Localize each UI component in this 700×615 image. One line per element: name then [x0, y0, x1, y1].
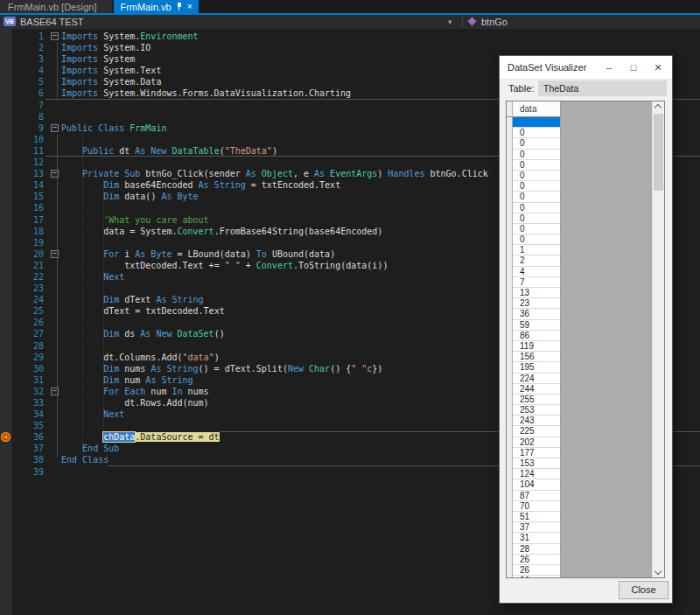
grid-cell[interactable]: 0 — [513, 192, 561, 202]
gutter-cell[interactable] — [0, 466, 12, 478]
grid-cell[interactable]: 0 — [513, 138, 561, 149]
grid-row[interactable]: 31 — [507, 533, 664, 543]
row-header[interactable] — [507, 117, 513, 128]
gutter-cell[interactable] — [0, 340, 12, 352]
grid-row[interactable]: 26 — [507, 555, 664, 565]
grid-cell[interactable]: 26 — [513, 555, 561, 565]
grid-row[interactable]: 1 — [507, 245, 664, 255]
fold-margin[interactable]: – — [51, 168, 61, 179]
grid-row[interactable]: 7 — [507, 277, 664, 288]
row-header[interactable] — [507, 213, 513, 224]
grid-cell[interactable]: 177 — [513, 448, 561, 458]
grid-row[interactable]: 0 — [507, 203, 664, 213]
row-header[interactable] — [507, 437, 513, 448]
grid-row[interactable]: 23 — [507, 298, 664, 309]
row-header[interactable] — [507, 362, 513, 373]
gutter-cell[interactable] — [0, 305, 12, 317]
grid-row[interactable]: 0 — [507, 150, 664, 160]
grid-cell[interactable]: 224 — [513, 374, 561, 384]
gutter-cell[interactable] — [0, 53, 12, 65]
grid-cell[interactable]: 36 — [513, 309, 561, 319]
row-header[interactable] — [507, 181, 513, 192]
grid-row[interactable]: 37 — [507, 522, 664, 533]
row-header[interactable] — [507, 298, 513, 309]
gutter-cell[interactable] — [0, 237, 12, 248]
gutter-cell[interactable] — [0, 179, 12, 191]
row-header[interactable] — [507, 234, 513, 245]
close-button[interactable]: Close — [619, 581, 668, 599]
grid-row[interactable]: 0 — [507, 160, 664, 171]
grid-scrollbar[interactable] — [652, 101, 664, 577]
grid-row[interactable]: 2 — [507, 255, 664, 266]
row-header[interactable] — [507, 331, 513, 341]
grid-cell[interactable]: 37 — [513, 522, 561, 533]
grid-cell[interactable]: 28 — [513, 544, 561, 555]
row-header[interactable] — [507, 288, 513, 298]
gutter-cell[interactable] — [0, 443, 12, 454]
row-header[interactable] — [507, 160, 513, 171]
gutter-cell[interactable] — [0, 65, 12, 76]
grid-row[interactable]: 156 — [507, 352, 664, 362]
collapse-icon[interactable]: – — [51, 388, 59, 395]
scroll-up-icon[interactable] — [654, 104, 662, 111]
gutter-cell[interactable] — [0, 248, 12, 260]
row-header[interactable] — [507, 171, 513, 181]
grid-row[interactable]: 70 — [507, 501, 664, 512]
row-header[interactable] — [507, 341, 513, 352]
grid-cell[interactable]: 31 — [513, 533, 561, 543]
grid-cell[interactable]: 202 — [513, 437, 561, 448]
row-header[interactable] — [507, 522, 513, 533]
grid-cell[interactable]: 104 — [513, 479, 561, 490]
grid-cell[interactable]: 195 — [513, 362, 561, 373]
grid-row[interactable]: 13 — [507, 288, 664, 298]
grid-cell[interactable]: 1 — [513, 245, 561, 255]
gutter-cell[interactable] — [0, 76, 12, 87]
row-header[interactable] — [507, 458, 513, 469]
grid-cell[interactable]: 87 — [513, 491, 561, 501]
grid-row[interactable]: 4 — [507, 267, 664, 277]
grid-row[interactable]: 87 — [507, 491, 664, 501]
row-header[interactable] — [507, 544, 513, 555]
grid-cell[interactable]: 2 — [513, 255, 561, 266]
project-dropdown[interactable]: BASE64 TEST — [20, 16, 84, 28]
grid-row[interactable]: 253 — [507, 405, 664, 416]
member-dropdown[interactable]: btnGo — [481, 16, 508, 28]
grid-row[interactable]: 36 — [507, 309, 664, 319]
gutter-cell[interactable] — [0, 397, 12, 409]
close-tab-icon[interactable]: × — [187, 2, 192, 11]
row-header[interactable] — [507, 374, 513, 384]
code-line[interactable]: 2Imports System.IO — [0, 42, 700, 53]
gutter-cell[interactable] — [0, 111, 12, 122]
row-header[interactable] — [507, 277, 513, 288]
grid-row[interactable]: 153 — [507, 458, 664, 469]
row-header[interactable] — [507, 501, 513, 512]
grid-cell[interactable]: 0 — [513, 203, 561, 213]
grid-row[interactable]: 0 — [507, 181, 664, 192]
grid-row[interactable]: 86 — [507, 331, 664, 341]
gutter-cell[interactable] — [0, 374, 12, 386]
current-statement-breakpoint-icon[interactable]: → — [1, 432, 10, 442]
gutter-cell[interactable] — [0, 226, 12, 237]
collapse-icon[interactable]: – — [51, 250, 59, 258]
grid-row[interactable]: 0 — [507, 213, 664, 224]
dialog-titlebar[interactable]: DataSet Visualizer – □ × — [500, 56, 672, 80]
fold-margin[interactable]: – — [51, 31, 61, 42]
grid-row[interactable]: 224 — [507, 374, 664, 384]
row-header[interactable] — [507, 576, 513, 578]
row-header[interactable] — [507, 150, 513, 160]
row-header[interactable] — [507, 426, 513, 437]
grid-row[interactable]: 0 — [507, 138, 664, 149]
grid-row[interactable]: 0 — [507, 224, 664, 234]
grid-row[interactable]: 255 — [507, 395, 664, 405]
grid-cell[interactable]: 156 — [513, 352, 561, 362]
row-header[interactable] — [507, 192, 513, 202]
grid-cell[interactable]: 13 — [513, 288, 561, 298]
grid-row[interactable]: 26 — [507, 576, 664, 578]
grid-cell[interactable]: 23 — [513, 298, 561, 309]
row-header[interactable] — [507, 448, 513, 458]
gutter-cell[interactable] — [0, 328, 12, 339]
row-header[interactable] — [507, 309, 513, 319]
chevron-down-icon[interactable]: ▾ — [448, 16, 452, 28]
grid-cell[interactable]: 0 — [513, 150, 561, 160]
gutter-cell[interactable] — [0, 454, 12, 465]
